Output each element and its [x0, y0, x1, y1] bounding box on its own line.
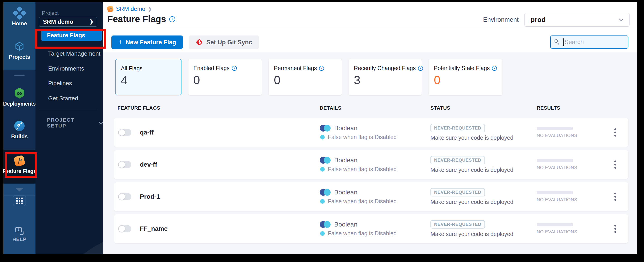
nav-projects[interactable]: Projects [4, 41, 36, 60]
project-selector-value: SRM demo [43, 18, 90, 25]
toggle-knob [118, 129, 125, 136]
table-header: FEATURE FLAGS DETAILS STATUS RESULTS [114, 105, 628, 112]
card-potentially-stale-flags[interactable]: Potentially Stale Flags i 0 [429, 59, 502, 96]
flag-variation: False when flag is Disabled [328, 166, 396, 172]
flag-name[interactable]: FF_name [140, 225, 168, 232]
sidebar-item-feature-flags[interactable]: Feature Flags [41, 30, 102, 41]
nav-projects-label: Projects [9, 54, 30, 60]
flag-toggle[interactable] [118, 225, 131, 232]
sidebar-divider [39, 110, 97, 110]
card-all-flags[interactable]: All Flags 4 [116, 59, 182, 96]
help-label: HELP [12, 236, 27, 242]
collapse-chevron-icon[interactable] [16, 188, 23, 192]
feature-flags-icon [13, 155, 25, 167]
evaluations-bar [537, 223, 573, 226]
status-hint: Make sure your code is deployed [430, 231, 514, 237]
app-window: Home Projects ∞ Deployments Builds [4, 2, 637, 254]
nav-feature-flags-label: Feature Flags [4, 168, 36, 174]
nav-feature-flags[interactable]: Feature Flags [4, 156, 36, 174]
status-badge: NEVER-REQUESTED [430, 156, 485, 164]
boolean-type-icon [320, 125, 330, 132]
permanent-flags-count: 0 [274, 73, 342, 87]
nav-home-label: Home [12, 20, 27, 27]
row-menu-kebab-icon[interactable] [613, 159, 618, 170]
environment-picker: Environment prod [483, 13, 630, 27]
stale-flags-count: 0 [434, 73, 502, 87]
card-recently-changed-flags[interactable]: Recently Changed Flags i 3 [349, 59, 422, 96]
column-details: DETAILS [320, 105, 342, 111]
rail-bottom-section [4, 184, 36, 254]
boolean-type-icon [320, 221, 330, 228]
flag-toggle[interactable] [118, 193, 131, 200]
nav-deployments[interactable]: ∞ Deployments [4, 88, 36, 107]
page-header: SRM demo ❯ Feature Flags i Environment p… [103, 2, 637, 52]
screenshot-frame: Home Projects ∞ Deployments Builds [0, 0, 644, 262]
module-grid-button[interactable] [13, 195, 26, 206]
environment-label: Environment [483, 16, 518, 23]
new-feature-flag-button[interactable]: + New Feature Flag [112, 36, 183, 49]
toolbar: + New Feature Flag Set Up Git Sync [112, 36, 259, 49]
card-permanent-flags[interactable]: Permanent Flags i 0 [269, 59, 342, 96]
results-label: NO EVALUATIONS [537, 165, 577, 170]
flag-name[interactable]: Prod-1 [140, 193, 160, 200]
sidebar-decorative-curve [60, 230, 103, 254]
sidebar-item-target-management[interactable]: Target Management [48, 48, 100, 59]
toggle-knob [118, 226, 125, 232]
nav-home[interactable]: Home [4, 8, 36, 27]
flag-name[interactable]: dev-ff [140, 161, 157, 168]
info-icon[interactable]: i [418, 66, 423, 71]
variation-dot-icon [320, 167, 325, 172]
search-input[interactable]: Search [550, 36, 628, 48]
environment-dropdown[interactable]: prod [524, 13, 630, 27]
evaluations-bar [537, 127, 573, 130]
sidebar-item-pipelines[interactable]: Pipelines [48, 78, 72, 88]
chevron-down-icon [619, 17, 624, 21]
info-icon[interactable]: i [232, 66, 237, 71]
home-icon [12, 6, 26, 20]
title-row: Feature Flags i [107, 14, 175, 24]
sidebar-item-environments[interactable]: Environments [48, 63, 84, 74]
sidebar-item-get-started[interactable]: Get Started [48, 93, 78, 104]
variation-dot-icon [320, 199, 325, 204]
status-hint: Make sure your code is deployed [430, 166, 514, 173]
info-icon[interactable]: i [319, 66, 324, 71]
status-badge: NEVER-REQUESTED [430, 188, 485, 196]
chevron-down-icon [99, 120, 103, 124]
column-feature-flags: FEATURE FLAGS [118, 105, 160, 111]
info-icon[interactable]: i [492, 66, 497, 71]
status-hint: Make sure your code is deployed [430, 134, 514, 141]
nav-builds[interactable]: Builds [4, 121, 36, 140]
page-title: Feature Flags [107, 14, 166, 24]
project-selector[interactable]: SRM demo ❯ [39, 17, 97, 27]
help-button[interactable]: ? HELP [4, 227, 36, 242]
flag-type: Boolean [334, 157, 358, 164]
status-badge: NEVER-REQUESTED [430, 220, 485, 228]
set-up-git-sync-button[interactable]: Set Up Git Sync [189, 36, 259, 49]
text-cursor [563, 38, 564, 46]
flag-toggle[interactable] [118, 161, 131, 168]
card-enabled-flags[interactable]: Enabled Flags i 0 [188, 59, 262, 96]
chevron-right-icon: ❯ [148, 6, 152, 12]
search-placeholder: Search [564, 39, 584, 46]
flag-name[interactable]: qa-ff [140, 129, 154, 136]
row-menu-kebab-icon[interactable] [613, 223, 618, 234]
flag-toggle[interactable] [118, 129, 131, 136]
variation-dot-icon [320, 135, 325, 140]
variation-dot-icon [320, 231, 325, 236]
evaluations-bar [537, 159, 573, 162]
row-menu-kebab-icon[interactable] [613, 127, 618, 138]
status-badge: NEVER-REQUESTED [430, 124, 485, 132]
breadcrumb-project-link[interactable]: SRM demo [116, 6, 145, 12]
column-status: STATUS [430, 105, 450, 111]
results-label: NO EVALUATIONS [537, 133, 577, 138]
recently-changed-count: 3 [354, 73, 422, 87]
info-icon[interactable]: i [169, 16, 175, 22]
project-section-label: Project [42, 10, 59, 16]
project-setup-toggle[interactable]: PROJECT SETUP [47, 117, 103, 129]
row-menu-kebab-icon[interactable] [613, 191, 618, 202]
deployments-icon: ∞ [14, 88, 25, 98]
module-nav-rail: Home Projects ∞ Deployments Builds [4, 2, 36, 254]
table-row: Prod-1 Boolean False when flag is Disabl… [114, 182, 628, 211]
grid-icon [16, 198, 23, 204]
project-setup-label: PROJECT SETUP [47, 117, 91, 129]
